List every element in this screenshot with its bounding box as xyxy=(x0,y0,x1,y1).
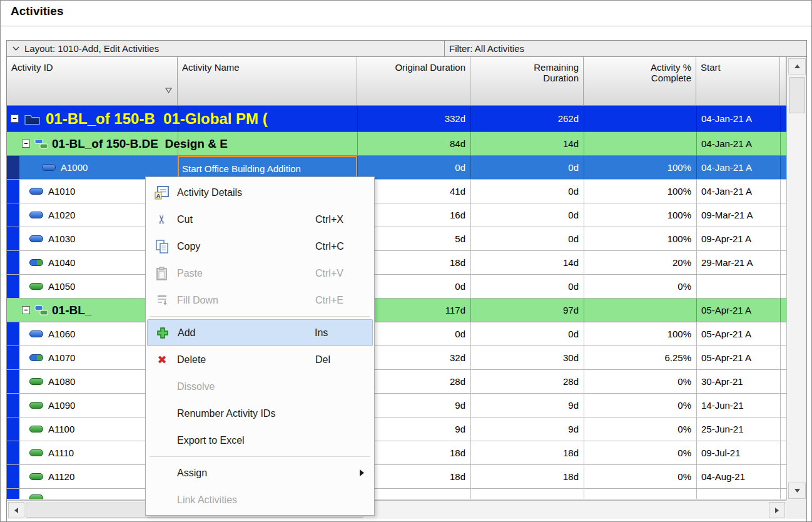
menu-item-delete[interactable]: ✖DeleteDel xyxy=(147,346,373,373)
collapse-icon[interactable]: − xyxy=(22,140,30,148)
menu-item-link-activities: Link Activities xyxy=(147,486,373,513)
column-header-activity-id[interactable]: Activity ID xyxy=(7,57,178,106)
menu-item-renumber-activity-ids[interactable]: Renumber Activity IDs xyxy=(147,400,373,427)
activity-row[interactable]: A10500d0d0% xyxy=(7,275,786,299)
column-header-activity-pct-complete[interactable]: Activity % Complete xyxy=(584,57,696,106)
activity-row[interactable]: A1000Start Office Building Addition0d0d1… xyxy=(7,156,786,180)
cell-start: 05-Apr-21 A xyxy=(696,299,780,322)
cell-rd: 0d xyxy=(470,322,584,345)
menu-item-label: Dissolve xyxy=(177,381,315,392)
menu-item-label: Copy xyxy=(177,241,315,252)
activity-status-icon xyxy=(29,283,43,290)
scroll-left-button[interactable] xyxy=(8,502,24,518)
menu-item-label: Export to Excel xyxy=(177,435,315,446)
scroll-up-button[interactable] xyxy=(788,58,806,74)
hierarchy-band xyxy=(7,180,19,203)
column-header-remaining-duration[interactable]: Remaining Duration xyxy=(470,57,584,106)
paste-icon xyxy=(147,267,177,280)
activity-row[interactable]: A10305d0d100%09-Apr-21 A xyxy=(7,227,786,251)
wbs-icon xyxy=(34,138,49,150)
cell-pct: 100% xyxy=(584,180,696,203)
menu-item-label: Fill Down xyxy=(177,295,315,306)
wbs-row[interactable]: −01-BL_of 150-B 01-Global PM (332d262d04… xyxy=(7,106,786,132)
activity-id: A1100 xyxy=(48,417,74,441)
activity-row[interactable]: A102016d0d100%09-Mar-21 A xyxy=(7,203,786,227)
cell-rd: 9d xyxy=(470,394,584,417)
cell-rd: 0d xyxy=(470,203,584,227)
collapse-icon[interactable]: − xyxy=(22,306,30,314)
hierarchy-band xyxy=(7,417,19,441)
scroll-right-button[interactable] xyxy=(769,502,785,518)
menu-item-label: Cut xyxy=(177,214,315,225)
collapse-icon[interactable]: − xyxy=(11,115,19,123)
vertical-scroll-thumb[interactable] xyxy=(789,77,805,113)
wbs-row[interactable]: −01-BL_of 150-B.DE Design & E84d14d04-Ja… xyxy=(7,132,786,156)
cell-rd: 0d xyxy=(470,156,584,179)
submenu-arrow-icon xyxy=(360,469,364,476)
hierarchy-band xyxy=(7,227,19,250)
grid-line xyxy=(780,417,781,441)
activity-row[interactable]: A101041d0d100%04-Jan-21 A xyxy=(7,180,786,203)
grid-line xyxy=(780,465,781,488)
menu-item-activity-details[interactable]: AActivity Details xyxy=(147,179,373,206)
grid-line xyxy=(780,275,781,298)
grid-line xyxy=(584,299,584,322)
activity-id: A1030 xyxy=(48,227,75,250)
scroll-down-button[interactable] xyxy=(788,483,806,499)
activity-table-body: −01-BL_of 150-B 01-Global PM (332d262d04… xyxy=(7,106,786,499)
cell-start: 04-Aug-21 xyxy=(696,465,780,488)
copy-icon xyxy=(147,240,177,253)
column-header-start[interactable]: Start xyxy=(696,57,780,106)
grid-line xyxy=(780,227,781,250)
cell-pct: 0% xyxy=(584,465,696,488)
activity-id: A1000 xyxy=(61,156,88,179)
activity-status-icon xyxy=(29,235,43,242)
activity-status-icon xyxy=(42,164,56,171)
column-header-label: Remaining Duration xyxy=(525,62,579,83)
menu-item-label: Activity Details xyxy=(177,187,315,198)
cell-start: 25-Jun-21 xyxy=(696,417,780,441)
hierarchy-band xyxy=(7,156,19,179)
activity-row[interactable]: A108028d28d0%30-Apr-21 xyxy=(7,370,786,394)
activity-id: A1070 xyxy=(48,346,75,369)
menu-item-label: Renumber Activity IDs xyxy=(177,408,315,419)
filter-bar[interactable]: Filter: All Activities xyxy=(445,41,806,56)
cell-od: 84d xyxy=(357,132,470,155)
column-headers: Activity IDActivity NameOriginal Duratio… xyxy=(7,57,786,106)
column-header-original-duration[interactable]: Original Duration xyxy=(357,57,470,106)
horizontal-scrollbar[interactable] xyxy=(7,500,786,519)
activity-row[interactable]: A104018d14d20%29-Mar-21 A xyxy=(7,251,786,275)
cell-od: 0d xyxy=(357,156,470,179)
cell-start: 14-Jun-21 xyxy=(696,394,780,417)
vertical-scrollbar[interactable] xyxy=(786,57,806,500)
column-header-activity-name[interactable]: Activity Name xyxy=(178,57,357,106)
cell-rd: 0d xyxy=(470,227,584,250)
menu-item-shortcut: Ins xyxy=(315,327,372,339)
activity-row[interactable]: A11009d9d0%25-Jun-21 xyxy=(7,417,786,441)
menu-item-add[interactable]: AddIns xyxy=(147,319,373,346)
menu-item-export-to-excel[interactable]: Export to Excel xyxy=(147,427,373,454)
activity-row[interactable]: A10600d0d100%05-Apr-21 A xyxy=(7,322,786,346)
grid-line xyxy=(780,346,781,369)
activity-row[interactable]: A107032d30d6.25%05-Apr-21 A xyxy=(7,346,786,370)
grid-line xyxy=(780,489,781,499)
activity-name-cell[interactable]: Start Office Building Addition xyxy=(178,156,357,179)
menu-item-cut[interactable]: ✂CutCtrl+X xyxy=(147,206,373,233)
layout-options-bar[interactable]: Layout: 1010-Add, Edit Activities xyxy=(7,41,445,56)
activity-status-icon xyxy=(29,188,43,195)
activity-row[interactable]: A112018d18d0%04-Aug-21 xyxy=(7,465,786,489)
activity-row[interactable]: A111018d18d0%09-Jul-21 xyxy=(7,441,786,465)
cell-pct: 0% xyxy=(584,417,696,441)
wbs-row[interactable]: −01-BL_117d97d05-Apr-21 A xyxy=(7,299,786,322)
column-header-label: Activity Name xyxy=(182,62,240,73)
hierarchy-band xyxy=(7,465,19,488)
menu-item-copy[interactable]: CopyCtrl+C xyxy=(147,233,373,260)
cell-start: 04-Jan-21 A xyxy=(696,156,780,179)
activity-id: A1010 xyxy=(48,180,75,203)
menu-item-shortcut: Ctrl+V xyxy=(315,268,373,279)
activity-name: Start Office Building Addition xyxy=(182,163,301,174)
menu-item-assign[interactable]: Assign xyxy=(147,459,373,486)
activity-row[interactable]: A10909d9d0%14-Jun-21 xyxy=(7,394,786,417)
column-header-label: Original Duration xyxy=(395,62,465,73)
context-menu: AActivity Details✂CutCtrl+XCopyCtrl+CPas… xyxy=(145,177,375,516)
